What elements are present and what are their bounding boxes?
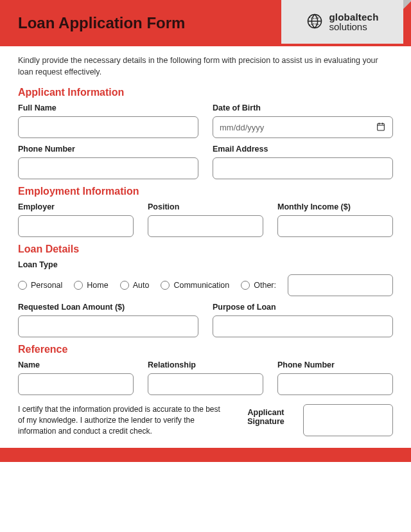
loan-amount-input[interactable] xyxy=(18,315,198,337)
label-full-name: Full Name xyxy=(18,103,198,112)
certification-text: I certify that the information provided … xyxy=(18,404,229,436)
label-loan-purpose: Purpose of Loan xyxy=(213,303,393,312)
page-title: Loan Application Form xyxy=(18,14,185,32)
section-applicant-title: Applicant Information xyxy=(18,87,393,98)
phone-input[interactable] xyxy=(18,157,198,179)
radio-other-label: Other: xyxy=(254,281,276,290)
dob-placeholder: mm/dd/yyyy xyxy=(220,123,264,132)
full-name-input[interactable] xyxy=(18,116,198,138)
section-employment-title: Employment Information xyxy=(18,186,393,197)
brand-line2: solutions xyxy=(329,22,378,31)
ref-relationship-input[interactable] xyxy=(148,373,263,395)
label-ref-phone: Phone Number xyxy=(277,360,393,369)
dob-input[interactable]: mm/dd/yyyy xyxy=(213,116,393,138)
label-position: Position xyxy=(148,202,263,211)
brand-line1: globaltech xyxy=(329,12,378,22)
calendar-icon xyxy=(376,121,386,134)
ref-phone-input[interactable] xyxy=(277,373,393,395)
radio-communication[interactable]: Communication xyxy=(161,281,229,290)
signature-input[interactable] xyxy=(303,404,393,436)
email-input[interactable] xyxy=(213,157,393,179)
brand-logo-box: globaltech solutions xyxy=(281,0,403,44)
label-income: Monthly Income ($) xyxy=(277,202,393,211)
intro-text: Kindly provide the necessary details in … xyxy=(18,55,393,78)
radio-home-label: Home xyxy=(87,281,108,290)
income-input[interactable] xyxy=(277,215,393,237)
employer-input[interactable] xyxy=(18,215,134,237)
loan-type-group: Personal Home Auto Communication Other: xyxy=(18,274,393,296)
label-employer: Employer xyxy=(18,202,134,211)
signature-label: Applicant Signature xyxy=(240,404,292,426)
label-loan-amount: Requested Loan Amount ($) xyxy=(18,303,198,312)
radio-communication-label: Communication xyxy=(173,281,229,290)
radio-personal[interactable]: Personal xyxy=(18,281,62,290)
label-ref-relationship: Relationship xyxy=(148,360,263,369)
label-dob: Date of Birth xyxy=(213,103,393,112)
loan-purpose-input[interactable] xyxy=(213,315,393,337)
section-loan-title: Loan Details xyxy=(18,244,393,255)
label-ref-name: Name xyxy=(18,360,134,369)
radio-auto-label: Auto xyxy=(133,281,150,290)
label-loan-type: Loan Type xyxy=(18,260,393,269)
other-loan-type-input[interactable] xyxy=(288,274,393,296)
radio-home[interactable]: Home xyxy=(74,281,108,290)
label-phone: Phone Number xyxy=(18,145,198,154)
radio-personal-label: Personal xyxy=(31,281,62,290)
brand-text: globaltech solutions xyxy=(329,12,378,31)
ref-name-input[interactable] xyxy=(18,373,134,395)
globe-icon xyxy=(306,12,324,32)
header-bar: Loan Application Form globaltech solutio… xyxy=(0,0,411,46)
radio-other[interactable]: Other: xyxy=(241,281,276,290)
footer-bar xyxy=(0,448,411,462)
svg-rect-1 xyxy=(378,123,385,130)
radio-auto[interactable]: Auto xyxy=(120,281,150,290)
label-email: Email Address xyxy=(213,145,393,154)
section-reference-title: Reference xyxy=(18,344,393,355)
position-input[interactable] xyxy=(148,215,263,237)
